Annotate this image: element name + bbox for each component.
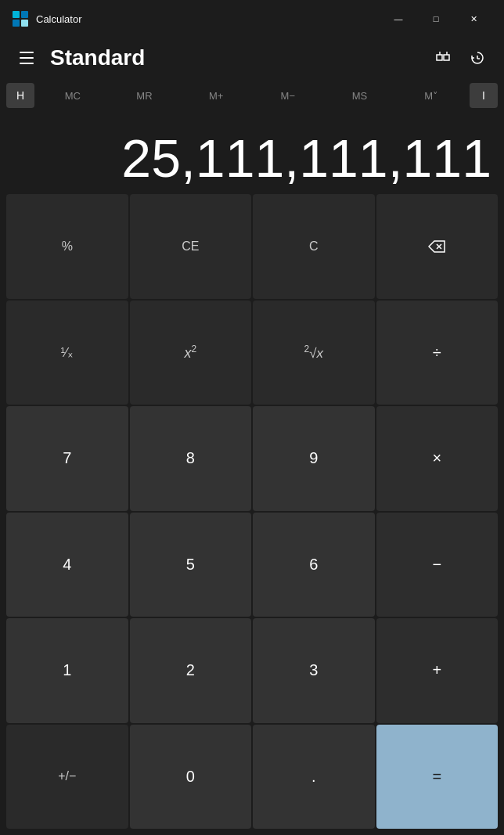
svg-rect-1 (21, 11, 28, 18)
reciprocal-button[interactable]: ¹∕ₓ (6, 301, 128, 405)
menu-line-2 (20, 57, 34, 59)
memory-row: H MC MR M+ M− MS M˅ I (0, 78, 504, 113)
memory-plus-button[interactable]: M+ (181, 83, 251, 108)
clear-entry-button[interactable]: CE (130, 194, 252, 299)
divide-button[interactable]: ÷ (376, 301, 499, 405)
info-button[interactable]: I (470, 83, 498, 108)
mode-title: Standard (47, 45, 429, 70)
svg-rect-4 (437, 55, 442, 60)
memory-minus-button[interactable]: M− (253, 83, 323, 108)
seven-button[interactable]: 7 (6, 406, 128, 511)
memory-recall-button[interactable]: MR (110, 83, 180, 108)
clear-button[interactable]: C (253, 194, 375, 299)
six-button[interactable]: 6 (253, 513, 375, 617)
app-header: Standard (0, 38, 504, 78)
backspace-button[interactable] (376, 194, 499, 299)
menu-line-3 (20, 63, 34, 64)
percent-button[interactable]: % (6, 194, 128, 299)
four-button[interactable]: 4 (6, 513, 128, 617)
svg-rect-2 (13, 20, 20, 27)
nine-button[interactable]: 9 (253, 406, 375, 511)
app-title: Calculator (36, 13, 380, 25)
close-button[interactable]: ✕ (455, 6, 491, 31)
display-area: 25,111,111,111 (0, 113, 504, 191)
sqrt-button[interactable]: 2√x (253, 301, 375, 405)
multiply-button[interactable]: × (376, 406, 499, 511)
history-button[interactable] (463, 44, 491, 72)
svg-rect-3 (21, 20, 28, 27)
square-button[interactable]: x2 (130, 301, 252, 405)
svg-rect-0 (13, 11, 20, 18)
negate-button[interactable]: +/− (6, 725, 128, 830)
minimize-button[interactable]: — (380, 6, 416, 31)
menu-line-1 (20, 52, 34, 53)
window-controls: — □ ✕ (380, 6, 491, 31)
five-button[interactable]: 5 (130, 513, 252, 617)
button-grid: %CEC¹∕ₓx22√x÷789×456−123++/−0.= (0, 191, 504, 835)
eight-button[interactable]: 8 (130, 406, 252, 511)
one-button[interactable]: 1 (6, 618, 128, 723)
equals-button[interactable]: = (376, 725, 499, 830)
app-icon (13, 11, 28, 27)
zero-button[interactable]: 0 (130, 725, 252, 830)
memory-buttons-group: MC MR M+ M− MS M˅ (38, 83, 466, 108)
memory-store-button[interactable]: MS (325, 83, 395, 108)
add-button[interactable]: + (376, 618, 499, 723)
title-bar: Calculator — □ ✕ (0, 0, 504, 38)
subtract-button[interactable]: − (376, 513, 499, 617)
decimal-button[interactable]: . (253, 725, 375, 830)
history-h-button[interactable]: H (6, 83, 34, 108)
memory-clear-button[interactable]: MC (38, 83, 108, 108)
expand-button[interactable] (429, 44, 457, 72)
memory-dropdown-button[interactable]: M˅ (396, 83, 466, 108)
svg-rect-5 (444, 55, 449, 60)
three-button[interactable]: 3 (253, 618, 375, 723)
menu-button[interactable] (13, 44, 41, 72)
maximize-button[interactable]: □ (418, 6, 454, 31)
display-value: 25,111,111,111 (121, 131, 491, 185)
two-button[interactable]: 2 (130, 618, 252, 723)
calculator-app: Calculator — □ ✕ Standard (0, 0, 504, 835)
